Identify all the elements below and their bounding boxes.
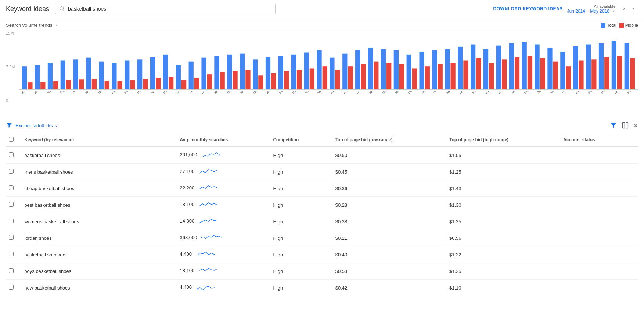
y-label-15m: 15M [6,31,19,35]
sparkline-chart [198,200,220,209]
row-keyword: basketball sneakers [21,246,177,263]
row-status [560,147,638,164]
svg-rect-61 [130,80,135,89]
svg-rect-10 [86,58,91,89]
row-checkbox[interactable] [9,235,14,240]
table-row: womens basketball shoes 14,800 High $0.3… [6,213,638,230]
svg-rect-29 [330,58,334,89]
dropdown-arrow-icon[interactable] [611,9,615,13]
row-keyword: womens basketball shoes [21,213,177,230]
svg-rect-33 [381,49,386,89]
x-label: Jan 2016 [265,91,277,95]
x-label: Mar 2016 [291,91,303,95]
x-label: Apr 2016 [304,91,316,95]
row-bid-high: $1.25 [446,213,560,230]
chart-wrapper: Search volume trends Total Mobile 15M [6,22,638,113]
x-label: Jun 2016 [330,91,342,95]
svg-rect-45 [535,45,539,89]
th-bid-high[interactable]: Top of page bid (high range) [446,133,560,147]
filter-funnel-icon[interactable] [6,122,12,129]
row-checkbox[interactable] [9,219,14,223]
x-label: Aug 2014 [46,91,58,95]
chart-title[interactable]: Search volume trends [6,22,52,28]
row-checkbox[interactable] [9,185,14,190]
row-checkbox[interactable] [9,169,14,174]
x-label: Jun 2014 [20,91,32,95]
x-label: Oct 2014 [72,91,84,95]
x-label: Jun 2017 [485,91,497,95]
row-checkbox[interactable] [9,285,14,290]
svg-rect-75 [310,68,314,89]
header-right: DOWNLOAD KEYWORD IDEAS All available Jun… [493,4,638,14]
row-competition: High [270,280,332,296]
svg-rect-72 [271,73,276,89]
row-bid-low: $0.42 [332,280,446,296]
svg-rect-46 [547,48,552,89]
th-competition[interactable]: Competition [270,133,332,147]
exclude-adult-link[interactable]: Exclude adult ideas [15,123,57,128]
row-checkbox[interactable] [9,202,14,207]
nav-prev-button[interactable]: ‹ [620,4,629,13]
x-axis-labels: Jun 2014Jul 2014Aug 2014Sep 2014Oct 2014… [19,91,638,113]
svg-rect-50 [599,43,604,89]
x-label: Feb 2015 [123,91,136,95]
th-searches[interactable]: Avg. monthly searches [177,133,270,147]
row-checkbox[interactable] [9,252,14,256]
svg-rect-48 [573,46,578,89]
svg-rect-26 [291,55,296,89]
svg-rect-13 [125,60,129,89]
svg-rect-35 [407,55,411,89]
row-competition: High [270,164,332,180]
svg-rect-15 [150,57,155,89]
row-bid-high: $1.25 [446,263,560,280]
row-keyword: boys basketball shoes [21,263,177,280]
keyword-table: Keyword (by relevance) Avg. monthly sear… [6,133,638,296]
row-bid-high: $1.25 [446,164,560,180]
filter-icon[interactable] [610,122,617,129]
svg-rect-79 [361,64,366,89]
sparkline-chart [201,234,223,242]
x-label: Mar 2017 [446,91,458,95]
x-label: Oct 2016 [381,91,393,95]
sparkline-chart [198,184,220,193]
row-checkbox-cell [6,164,21,180]
chart-dropdown-icon[interactable] [54,23,59,28]
x-label: Jul 2016 [342,91,354,95]
x-label: Oct 2017 [536,91,548,95]
nav-next-button[interactable]: › [629,4,638,13]
table-row: basketball shoes 201,000 High $0.50 $1.0… [6,147,638,164]
row-bid-low: $0.21 [332,230,446,246]
row-checkbox[interactable] [9,152,14,157]
select-all-checkbox[interactable] [9,137,14,142]
row-competition: High [270,263,332,280]
search-input[interactable] [68,6,271,12]
th-keyword[interactable]: Keyword (by relevance) [21,133,177,147]
row-searches: 4,400 [177,246,270,263]
sparkline-chart [198,267,220,276]
row-status [560,197,638,213]
table-body: basketball shoes 201,000 High $0.50 $1.0… [6,147,638,296]
svg-rect-42 [496,46,501,89]
svg-rect-40 [471,45,475,89]
svg-point-0 [60,7,63,10]
svg-rect-51 [612,41,616,89]
th-bid-low[interactable]: Top of page bid (low range) [332,133,446,147]
svg-rect-14 [137,59,142,89]
row-checkbox-cell [6,280,21,296]
svg-rect-91 [515,57,519,89]
x-label: Mar 2018 [600,91,613,95]
row-checkbox-cell [6,230,21,246]
close-button[interactable]: ✕ [633,122,638,129]
svg-rect-23 [253,59,258,89]
th-status[interactable]: Account status [560,133,638,147]
download-button[interactable]: DOWNLOAD KEYWORD IDEAS [493,6,563,11]
svg-rect-65 [181,80,186,89]
row-keyword: mens basketball shoes [21,164,177,180]
columns-icon[interactable] [622,122,629,129]
svg-rect-22 [240,54,245,89]
svg-rect-8 [61,60,65,89]
row-searches: 14,800 [177,213,270,230]
row-checkbox[interactable] [9,268,14,273]
search-icon [59,6,65,12]
row-status [560,280,638,296]
